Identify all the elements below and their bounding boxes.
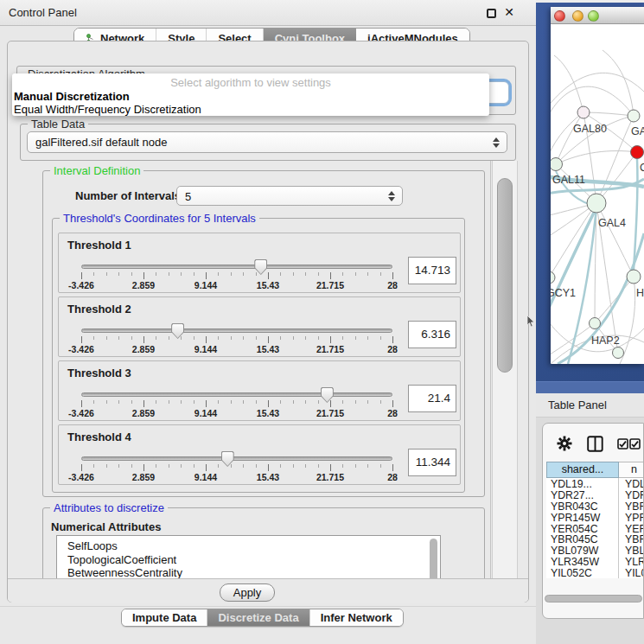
slider-track[interactable] bbox=[81, 328, 392, 333]
table-row[interactable]: YDL19...YDL1 bbox=[546, 478, 644, 489]
table-horizontal-scrollbar[interactable] bbox=[545, 595, 642, 603]
slider-track[interactable] bbox=[81, 392, 392, 397]
network-node-c[interactable] bbox=[631, 146, 644, 159]
threshold-slider[interactable]: -3.4262.8599.14415.4321.71528 bbox=[59, 233, 460, 292]
tick-label: 15.43 bbox=[257, 472, 279, 482]
tick-label: -3.426 bbox=[68, 408, 94, 418]
threshold-slider[interactable]: -3.4262.8599.14415.4321.71528 bbox=[59, 297, 460, 356]
tick bbox=[81, 400, 82, 407]
tick bbox=[243, 272, 244, 276]
combo-spinner-icon[interactable] bbox=[388, 191, 396, 201]
table-data-combo[interactable]: galFiltered.sif default node bbox=[27, 131, 507, 153]
slider-thumb[interactable] bbox=[221, 451, 234, 467]
table-row[interactable]: YBR045CYBR0 bbox=[546, 533, 644, 545]
network-node-gal11[interactable] bbox=[551, 158, 563, 171]
network-view-region: GAL80GACGAL11GAL4GCY1HHAP2 bbox=[536, 0, 644, 393]
network-node-hap2[interactable] bbox=[590, 318, 601, 329]
threshold-value[interactable]: 21.4 bbox=[408, 385, 456, 412]
minimize-traffic-light-icon[interactable] bbox=[572, 10, 583, 22]
zoom-traffic-light-icon[interactable] bbox=[588, 10, 599, 22]
panel-scrollbar-thumb[interactable] bbox=[497, 178, 513, 373]
tick bbox=[106, 400, 107, 404]
list-item[interactable]: TopologicalCoefficient bbox=[57, 553, 440, 567]
close-icon[interactable]: ✕ bbox=[504, 5, 514, 19]
attributes-items: SelfLoopsTopologicalCoefficientBetweenne… bbox=[57, 536, 440, 578]
tick bbox=[330, 400, 331, 407]
threshold-slider[interactable]: -3.4262.8599.14415.4321.71528 bbox=[59, 361, 460, 420]
num-intervals-combo[interactable]: 5 bbox=[176, 186, 403, 206]
slider-thumb[interactable] bbox=[321, 387, 334, 403]
table-row[interactable]: YBR043CYBR0 bbox=[546, 501, 644, 512]
float-window-icon[interactable] bbox=[487, 9, 496, 18]
column-header-shared[interactable]: shared... bbox=[546, 462, 619, 478]
table-row[interactable]: YPR145WYPR1 bbox=[546, 512, 644, 523]
network-node-h[interactable] bbox=[627, 270, 641, 284]
tick bbox=[131, 400, 132, 404]
threshold-value[interactable]: 14.713 bbox=[408, 257, 456, 284]
tick bbox=[181, 336, 182, 340]
tick bbox=[392, 336, 393, 343]
network-node-gal80[interactable] bbox=[577, 106, 590, 118]
column-header-name[interactable]: n bbox=[619, 462, 644, 478]
tick bbox=[268, 464, 269, 471]
tick bbox=[156, 400, 156, 404]
tick bbox=[194, 336, 194, 340]
tick bbox=[256, 336, 257, 340]
slider-track[interactable] bbox=[81, 456, 392, 461]
tick bbox=[330, 336, 331, 343]
network-node[interactable] bbox=[613, 348, 624, 359]
network-window[interactable]: GAL80GACGAL11GAL4GCY1HHAP2 bbox=[551, 7, 644, 364]
table-row[interactable]: YIL052CYIL0 bbox=[546, 567, 644, 578]
screen: { "window": { "title": "Control Panel" }… bbox=[0, 0, 644, 644]
threshold-value[interactable]: 6.316 bbox=[408, 321, 456, 348]
table-cell: YDL1 bbox=[619, 478, 644, 489]
table-row[interactable]: YDR27...YDR2 bbox=[546, 489, 644, 501]
tick bbox=[131, 272, 132, 276]
close-traffic-light-icon[interactable] bbox=[554, 10, 565, 22]
combo-spinner-icon[interactable] bbox=[493, 137, 501, 148]
network-node-gcy1[interactable] bbox=[551, 271, 555, 284]
checkbox-icon[interactable] bbox=[629, 438, 641, 450]
gear-icon[interactable] bbox=[557, 436, 572, 451]
tick bbox=[318, 464, 319, 468]
tick bbox=[330, 272, 331, 279]
tick bbox=[118, 464, 119, 468]
tab-discretize-data[interactable]: Discretize Data bbox=[207, 609, 309, 626]
tick bbox=[169, 400, 169, 404]
tick bbox=[380, 336, 381, 340]
network-node-ga[interactable] bbox=[628, 110, 640, 122]
network-canvas[interactable]: GAL80GACGAL11GAL4GCY1HHAP2 bbox=[551, 24, 644, 364]
list-item[interactable]: SelfLoops bbox=[57, 536, 440, 553]
table-container: shared... n YDL19...YDL1YDR27...YDR2YBR0… bbox=[542, 423, 644, 619]
tab-impute-data[interactable]: Impute Data bbox=[122, 609, 207, 626]
bottom-tabbar: Impute DataDiscretize DataInfer Network bbox=[121, 609, 404, 627]
tick bbox=[206, 272, 207, 279]
table-row[interactable]: YER054CYER0 bbox=[546, 523, 644, 534]
table-row[interactable]: YBL079WYBL0 bbox=[546, 545, 644, 556]
tick-label: 9.144 bbox=[194, 344, 217, 354]
table-row[interactable]: YLR345WYLR3 bbox=[546, 556, 644, 567]
tick bbox=[355, 464, 356, 468]
split-columns-icon[interactable] bbox=[587, 436, 603, 452]
list-item[interactable]: BetweennessCentrality bbox=[57, 566, 440, 578]
tick bbox=[231, 464, 232, 468]
network-node-gal4[interactable] bbox=[587, 194, 606, 213]
tab-infer-network[interactable]: Infer Network bbox=[310, 609, 403, 626]
threshold-value[interactable]: 11.344 bbox=[408, 449, 456, 476]
popup-hint: Select algorithm to view settings bbox=[12, 76, 489, 89]
popup-option-equal-width[interactable]: Equal Width/Frequency Discretization bbox=[14, 103, 201, 116]
tick bbox=[342, 272, 343, 276]
slider-track[interactable] bbox=[81, 265, 392, 269]
attributes-listbox[interactable]: SelfLoopsTopologicalCoefficientBetweenne… bbox=[56, 535, 441, 578]
table-cell: YDR2 bbox=[619, 489, 644, 501]
control-panel-titlebar: Control Panel ✕ bbox=[0, 0, 536, 26]
apply-button[interactable]: Apply bbox=[220, 583, 275, 602]
tick bbox=[218, 464, 219, 468]
checkbox-icon[interactable] bbox=[617, 438, 628, 450]
threshold-slider[interactable]: -3.4262.8599.14415.4321.71528 bbox=[59, 425, 460, 484]
attributes-scrollbar[interactable] bbox=[430, 539, 437, 578]
tick bbox=[305, 400, 306, 404]
tick bbox=[293, 464, 294, 468]
slider-thumb[interactable] bbox=[171, 323, 184, 339]
popup-option-manual[interactable]: Manual Discretization bbox=[14, 90, 130, 103]
